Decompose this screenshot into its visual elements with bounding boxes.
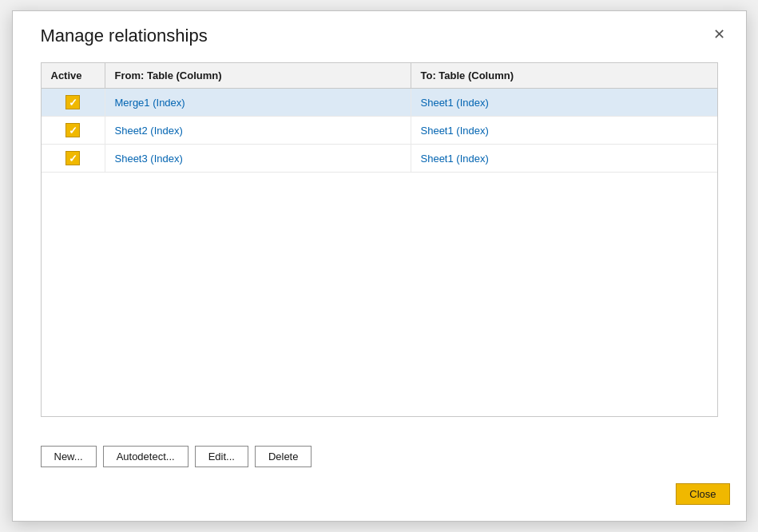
dialog-close-button[interactable]: ✕: [708, 26, 730, 43]
table-header: Active From: Table (Column) To: Table (C…: [42, 63, 717, 89]
checkbox-checked-icon[interactable]: [65, 123, 80, 137]
to-cell: Sheet1 (Index): [411, 89, 717, 116]
table-body: Merge1 (Index)Sheet1 (Index)Sheet2 (Inde…: [42, 89, 717, 416]
from-cell: Merge1 (Index): [105, 89, 411, 116]
from-table-link[interactable]: Sheet3 (Index): [115, 153, 183, 165]
active-cell: [42, 89, 105, 116]
dialog-titlebar: Manage relationships ✕: [13, 11, 746, 54]
from-cell: Sheet2 (Index): [105, 117, 411, 144]
autodetect-button[interactable]: Autodetect...: [103, 446, 189, 467]
to-table-link[interactable]: Sheet1 (Index): [421, 125, 489, 137]
dialog-title: Manage relationships: [41, 26, 208, 46]
from-cell: Sheet3 (Index): [105, 145, 411, 172]
dialog-footer: Close: [13, 475, 746, 521]
active-cell: [42, 117, 105, 144]
table-row[interactable]: Sheet3 (Index)Sheet1 (Index): [42, 145, 717, 173]
new-button[interactable]: New...: [41, 446, 97, 467]
from-table-link[interactable]: Merge1 (Index): [115, 97, 185, 109]
checkbox-checked-icon[interactable]: [65, 95, 80, 109]
checkbox-checked-icon[interactable]: [65, 151, 80, 165]
to-table-link[interactable]: Sheet1 (Index): [421, 97, 489, 109]
relationships-table: Active From: Table (Column) To: Table (C…: [41, 62, 718, 417]
to-cell: Sheet1 (Index): [411, 145, 717, 172]
close-button[interactable]: Close: [676, 483, 729, 505]
from-table-link[interactable]: Sheet2 (Index): [115, 125, 183, 137]
dialog-content: Active From: Table (Column) To: Table (C…: [13, 54, 746, 433]
header-from: From: Table (Column): [105, 63, 411, 88]
edit-button[interactable]: Edit...: [195, 446, 248, 467]
table-row[interactable]: Sheet2 (Index)Sheet1 (Index): [42, 117, 717, 145]
action-buttons: New... Autodetect... Edit... Delete: [13, 433, 746, 475]
header-to: To: Table (Column): [411, 63, 717, 88]
header-active: Active: [42, 63, 105, 88]
to-cell: Sheet1 (Index): [411, 117, 717, 144]
table-row[interactable]: Merge1 (Index)Sheet1 (Index): [42, 89, 717, 117]
active-cell: [42, 145, 105, 172]
to-table-link[interactable]: Sheet1 (Index): [421, 153, 489, 165]
delete-button[interactable]: Delete: [255, 446, 312, 467]
manage-relationships-dialog: Manage relationships ✕ Active From: Tabl…: [12, 10, 747, 522]
